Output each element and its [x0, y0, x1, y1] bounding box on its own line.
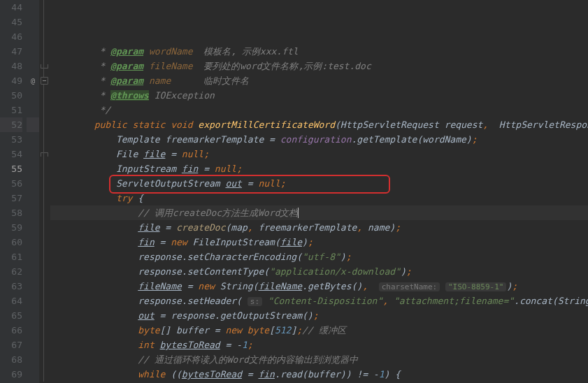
code-editor[interactable]: 4445464748495051525354555657585960616263… [0, 0, 588, 383]
code-line[interactable]: ServletOutputStream out = null; [50, 176, 588, 191]
code-token: file [143, 149, 165, 159]
line-number[interactable]: 49 [0, 73, 22, 88]
line-number[interactable]: 53 [0, 132, 22, 147]
code-token [388, 296, 394, 306]
line-number[interactable]: 69 [0, 367, 22, 382]
code-token: = [160, 222, 176, 233]
code-line[interactable]: Template freemarkerTemplate = configurat… [50, 132, 588, 147]
fold-start-icon[interactable] [41, 152, 48, 157]
line-number[interactable]: 55 [0, 161, 22, 176]
code-line[interactable]: * @throws IOException [50, 88, 588, 103]
fold-end-icon[interactable] [41, 64, 48, 68]
code-area[interactable]: * @param wordName 模板名, 示例xxx.ftl * @para… [49, 0, 588, 383]
code-token: * [99, 46, 110, 57]
line-number[interactable]: 50 [0, 88, 22, 103]
code-line[interactable]: public static void exportMillCertificate… [50, 117, 588, 132]
code-token: */ [99, 105, 110, 115]
code-token: ; [395, 222, 401, 233]
code-token: @param [110, 46, 143, 57]
code-line[interactable]: fileName = new String(fileName.getBytes(… [50, 279, 588, 294]
line-number[interactable]: 51 [0, 103, 22, 117]
line-number[interactable]: 54 [0, 147, 22, 161]
code-token: (( [165, 369, 181, 380]
code-line[interactable]: // 通过循环将读入的Word文件的内容输出到浏览器中 [50, 352, 588, 367]
code-token: ; [472, 134, 478, 145]
line-number[interactable]: 48 [0, 59, 22, 73]
code-line[interactable]: * @param wordName 模板名, 示例xxx.ftl [50, 44, 588, 59]
code-token: byte [138, 325, 159, 335]
code-token [50, 193, 116, 203]
code-token: out [225, 178, 241, 189]
line-number[interactable]: 44 [0, 0, 22, 15]
code-token [50, 120, 94, 130]
code-token: ; [236, 164, 242, 174]
code-token: // 缓冲区 [302, 325, 345, 335]
code-token: null [215, 164, 236, 174]
fold-column[interactable] [39, 0, 49, 383]
code-token: try [116, 193, 132, 203]
line-number[interactable]: 59 [0, 220, 22, 235]
code-line[interactable]: file = createDoc(map, freemarkerTemplate… [50, 220, 588, 235]
code-token: @param [110, 61, 143, 71]
code-line[interactable]: byte[] buffer = new byte[512];// 缓冲区 [50, 323, 588, 338]
code-token: while [138, 369, 165, 380]
line-number[interactable]: 57 [0, 191, 22, 205]
line-number-gutter[interactable]: 4445464748495051525354555657585960616263… [0, 0, 27, 383]
line-number[interactable]: 60 [0, 235, 22, 250]
line-number[interactable]: 52 [0, 117, 22, 132]
code-line[interactable]: response.setContentType("application/x-d… [50, 264, 588, 279]
code-token [50, 325, 138, 335]
line-number[interactable]: 56 [0, 176, 22, 191]
code-token [262, 296, 268, 306]
code-line[interactable]: * @param name 临时文件名 [50, 73, 588, 88]
code-line[interactable]: */ [50, 103, 588, 117]
code-token: 要列处的word文件名称,示例:test.doc [193, 61, 371, 71]
code-token: "utf-8" [302, 252, 340, 262]
code-token [368, 281, 379, 291]
code-line[interactable]: fin = new FileInputStream(file); [50, 235, 588, 250]
code-line[interactable]: while ((bytesToRead = fin.read(buffer)) … [50, 367, 588, 382]
code-token: name [149, 75, 171, 86]
code-token: void [171, 120, 192, 130]
code-line[interactable]: File file = null; [50, 147, 588, 161]
code-token: ServletOutputStream [50, 178, 225, 189]
line-number[interactable]: 61 [0, 250, 22, 264]
line-number[interactable]: 65 [0, 308, 22, 323]
line-number[interactable]: 45 [0, 15, 22, 29]
code-token: .concat( [514, 296, 558, 306]
line-number[interactable]: 46 [0, 29, 22, 44]
line-number[interactable]: 63 [0, 279, 22, 294]
code-token: ; [280, 178, 286, 189]
code-token [50, 222, 138, 233]
line-number[interactable]: 66 [0, 323, 22, 338]
line-number[interactable]: 47 [0, 44, 22, 59]
code-token: HttpServletResponse [488, 120, 588, 130]
code-token [50, 75, 99, 86]
code-line[interactable]: // 调用createDoc方法生成Word文档 [50, 205, 588, 220]
line-number[interactable]: 64 [0, 294, 22, 308]
code-token: fileName [138, 281, 182, 291]
line-number[interactable]: 58 [0, 205, 22, 220]
code-token: charsetName: [379, 282, 440, 291]
line-number[interactable]: 68 [0, 352, 22, 367]
line-number[interactable]: 67 [0, 338, 22, 352]
code-line[interactable]: out = response.getOutputStream(); [50, 308, 588, 323]
code-token: fin [182, 164, 198, 174]
code-token: // 调用createDoc方法生成Word文档 [138, 208, 298, 218]
code-line[interactable]: response.setHeader( s: "Content-Disposit… [50, 294, 588, 308]
code-line[interactable]: * @param fileName 要列处的word文件名称,示例:test.d… [50, 59, 588, 73]
code-token: ; [203, 149, 209, 159]
code-token [143, 75, 149, 86]
code-token: = [242, 178, 258, 189]
code-token: "ISO-8859-1" [445, 282, 506, 291]
code-line[interactable]: int bytesToRead = -1; [50, 338, 588, 352]
code-token: @param [110, 75, 143, 86]
fold-toggle-icon[interactable] [41, 77, 48, 85]
code-line[interactable]: InputStream fin = null; [50, 161, 588, 176]
code-line[interactable]: try { [50, 191, 588, 205]
line-number[interactable]: 62 [0, 264, 22, 279]
code-line[interactable]: response.setCharacterEncoding("utf-8"); [50, 250, 588, 264]
code-token: fileName [258, 281, 302, 291]
code-token: = - [220, 340, 242, 350]
code-token: ) [302, 237, 308, 247]
